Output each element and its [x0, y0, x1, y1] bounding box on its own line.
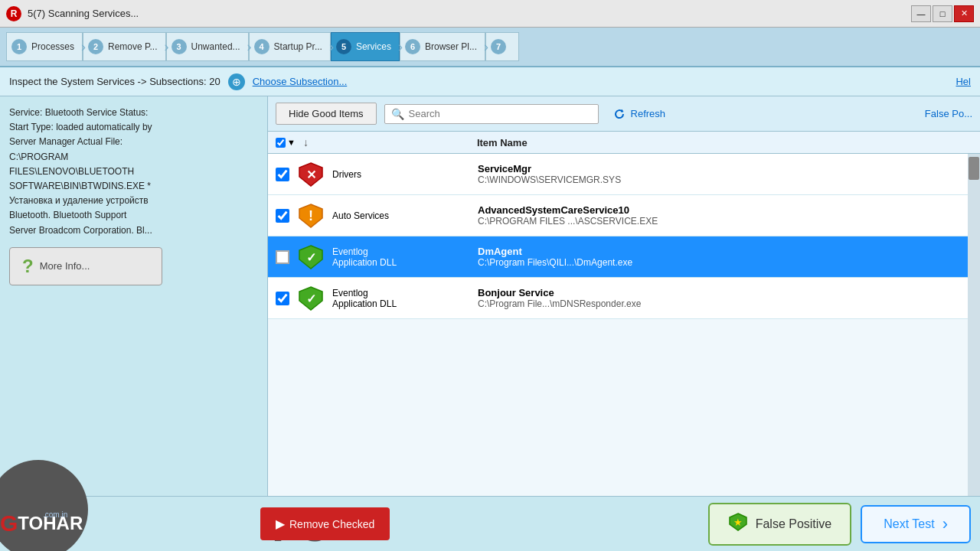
false-positive-label: False Positive: [756, 517, 832, 531]
row-checkbox-4[interactable]: [276, 292, 289, 305]
check-all-control[interactable]: ▼: [276, 138, 296, 148]
row-checkbox-1[interactable]: [276, 168, 289, 181]
wizard-arrow-2: ›: [165, 39, 169, 55]
step-num-5: 5: [336, 39, 351, 54]
more-info-button[interactable]: ? More Info...: [9, 247, 162, 285]
help-link[interactable]: Hel: [956, 76, 971, 87]
fp-shield-icon: ★: [728, 512, 748, 536]
maximize-button[interactable]: □: [933, 5, 952, 22]
main-content: Service: Bluetooth Service Status: Start…: [0, 96, 980, 496]
wizard-arrow-1: ›: [81, 39, 86, 55]
refresh-label: Refresh: [631, 108, 666, 119]
shield-green-icon: ✓: [297, 243, 325, 271]
wizard-step-2[interactable]: 2 Remove P...: [83, 32, 165, 61]
refresh-button[interactable]: Refresh: [606, 104, 672, 124]
row-category-1: Drivers: [332, 169, 470, 180]
row-path-2: C:\PROGRAM FILES ...\ASCSERVICE.EXE: [478, 216, 972, 227]
search-icon: 🔍: [391, 108, 404, 120]
row-name-2: AdvancedSystemCareService10: [478, 204, 972, 216]
search-input[interactable]: [409, 108, 592, 119]
logo-g-letter: G: [0, 510, 18, 536]
table-row[interactable]: ! Auto Services AdvancedSystemCareServic…: [268, 195, 980, 236]
table-body: ✕ Drivers ServiceMgr C:\WINDOWS\SERVICEM…: [268, 154, 980, 496]
wizard-arrow-6: ›: [484, 39, 488, 55]
refresh-icon: [612, 107, 626, 121]
wizard-step-7[interactable]: 7: [485, 32, 519, 61]
row-path-3: C:\Program Files\QILI...\DmAgent.exe: [478, 257, 959, 268]
row-info-4: Bonjour Service C:\Program File...\mDNSR…: [478, 287, 972, 309]
step-label-3: Unwanted...: [191, 41, 240, 52]
minimize-button[interactable]: —: [911, 5, 931, 22]
svg-text:✕: ✕: [306, 168, 316, 181]
step-label-4: Startup Pr...: [274, 41, 322, 52]
wizard-step-6[interactable]: 6 Browser Pl...: [400, 32, 485, 61]
window-title: 5(7) Scanning Services...: [28, 8, 139, 19]
wizard-arrow-4: ›: [329, 39, 334, 55]
subsection-arrow-button[interactable]: ⊕: [228, 73, 245, 90]
vertical-scrollbar[interactable]: [968, 154, 980, 496]
step-num-4: 4: [254, 39, 270, 54]
false-positive-button[interactable]: ★ False Positive: [708, 503, 852, 546]
shield-green2-icon: ✓: [297, 285, 325, 312]
wizard-step-5[interactable]: 5 Services: [331, 32, 400, 61]
row-info-1: ServiceMgr C:\WINDOWS\SERVICEMGR.SYS: [478, 163, 972, 185]
row-name-3: DmAgent: [478, 246, 959, 257]
step-label-5: Services: [356, 41, 391, 52]
wizard-step-1[interactable]: 1 Processes: [6, 32, 83, 61]
row-name-4: Bonjour Service: [478, 287, 972, 298]
title-bar: R 5(7) Scanning Services... — □ ✕: [0, 0, 980, 28]
step-label-2: Remove P...: [108, 41, 157, 52]
right-panel: Hide Good Items 🔍 Refresh False Po... ▼ …: [268, 96, 980, 496]
search-box: 🔍: [384, 104, 599, 124]
table-row[interactable]: ✓ EventlogApplication DLL Bonjour Servic…: [268, 278, 980, 319]
table-row[interactable]: ✓ EventlogApplication DLL DmAgent C:\Pro…: [268, 236, 980, 278]
subsection-bar: Inspect the System Services -> Subsectio…: [0, 67, 980, 96]
step-num-3: 3: [172, 39, 187, 54]
remove-checked-label: Remove Checked: [289, 518, 374, 530]
next-arrow-icon: ›: [942, 514, 948, 534]
table-row[interactable]: ✕ Drivers ServiceMgr C:\WINDOWS\SERVICEM…: [268, 154, 980, 195]
check-dropdown-icon[interactable]: ▼: [287, 138, 296, 147]
svg-text:✓: ✓: [306, 251, 316, 264]
wizard-step-3[interactable]: 3 Unwanted...: [166, 32, 249, 61]
row-path-4: C:\Program File...\mDNSResponder.exe: [478, 298, 972, 309]
next-test-label: Next Test: [884, 517, 934, 531]
svg-text:★: ★: [733, 517, 743, 528]
select-all-checkbox[interactable]: [276, 138, 286, 148]
sort-arrow-icon[interactable]: ↓: [303, 136, 309, 148]
step-num-7: 7: [491, 39, 506, 54]
subsection-text: Inspect the System Services -> Subsectio…: [9, 76, 220, 87]
svg-text:!: !: [309, 208, 313, 223]
wizard-step-4[interactable]: 4 Startup Pr...: [249, 32, 331, 61]
false-positive-toolbar-link[interactable]: False Po...: [925, 108, 972, 119]
app-icon: R: [6, 6, 21, 21]
step-num-6: 6: [405, 39, 420, 54]
svg-text:✓: ✓: [306, 292, 316, 305]
choose-subsection-link[interactable]: Choose Subsection...: [253, 76, 348, 87]
row-category-4: EventlogApplication DLL: [332, 288, 470, 309]
shield-red-icon: ✕: [297, 161, 325, 188]
hide-good-items-button[interactable]: Hide Good Items: [276, 103, 377, 125]
remove-checked-button[interactable]: ▶ Remove Checked: [260, 507, 390, 540]
row-path-1: C:\WINDOWS\SERVICEMGR.SYS: [478, 174, 972, 185]
service-info: Service: Bluetooth Service Status: Start…: [9, 106, 258, 238]
step-num-1: 1: [11, 39, 27, 54]
shield-orange-icon: !: [297, 202, 325, 230]
scrollbar-thumb[interactable]: [969, 157, 979, 180]
row-info-3: DmAgent C:\Program Files\QILI...\DmAgent…: [478, 246, 959, 268]
table-header: ▼ ↓ Item Name: [268, 132, 980, 154]
row-category-3: EventlogApplication DLL: [332, 246, 470, 268]
item-name-column-header: Item Name: [477, 137, 952, 148]
toolbar: Hide Good Items 🔍 Refresh False Po...: [268, 96, 980, 132]
close-button[interactable]: ✕: [954, 5, 974, 22]
more-info-label: More Info...: [40, 260, 90, 272]
logo-com-in: .com.in: [43, 510, 67, 519]
next-test-button[interactable]: Next Test ›: [861, 505, 971, 543]
row-checkbox-3[interactable]: [276, 250, 289, 264]
row-category-2: Auto Services: [332, 210, 470, 221]
wizard-arrow-5: ›: [398, 39, 403, 55]
wizard-arrow-3: ›: [247, 39, 252, 55]
step-label-1: Processes: [31, 41, 74, 52]
window-controls: — □ ✕: [911, 5, 974, 22]
row-checkbox-2[interactable]: [276, 209, 289, 223]
